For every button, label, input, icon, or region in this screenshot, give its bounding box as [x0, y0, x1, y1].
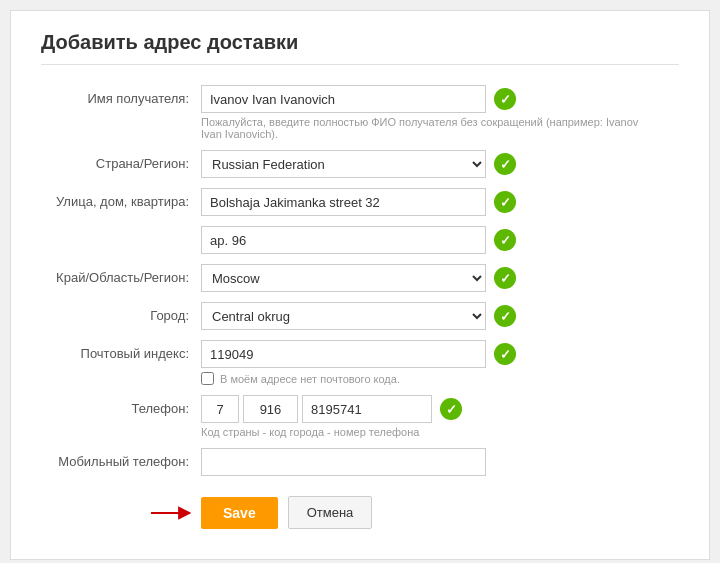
city-input-group: Central okrug: [201, 302, 679, 330]
postal-field-group: В моём адресе нет почтового кода.: [201, 340, 679, 385]
recipient-input-group: [201, 85, 679, 113]
phone-valid-icon: [440, 398, 462, 420]
recipient-label: Имя получателя:: [41, 85, 201, 106]
country-select[interactable]: Russian Federation: [201, 150, 486, 178]
region-input-group: Moscow: [201, 264, 679, 292]
postal-row: Почтовый индекс: В моём адресе нет почто…: [41, 340, 679, 385]
region-row: Край/Область/Регион: Moscow: [41, 264, 679, 292]
country-row: Страна/Регион: Russian Federation: [41, 150, 679, 178]
save-button[interactable]: Save: [201, 497, 278, 529]
country-label: Страна/Регион:: [41, 150, 201, 171]
phone-input-group: [201, 395, 679, 423]
city-field-group: Central okrug: [201, 302, 679, 330]
city-row: Город: Central okrug: [41, 302, 679, 330]
street-label: Улица, дом, квартира:: [41, 188, 201, 209]
region-valid-icon: [494, 267, 516, 289]
postal-checkbox[interactable]: [201, 372, 214, 385]
mobile-input[interactable]: [201, 448, 486, 476]
street2-valid-icon: [494, 229, 516, 251]
country-input-group: Russian Federation: [201, 150, 679, 178]
region-field-group: Moscow: [201, 264, 679, 292]
region-select[interactable]: Moscow: [201, 264, 486, 292]
phone-field-group: Код страны - код города - номер телефона: [201, 395, 679, 438]
buttons-row: Save Отмена: [41, 496, 679, 529]
street-row: Улица, дом, квартира:: [41, 188, 679, 216]
country-valid-icon: [494, 153, 516, 175]
phone-number-input[interactable]: [302, 395, 432, 423]
postal-input-group: [201, 340, 679, 368]
street2-input[interactable]: [201, 226, 486, 254]
street2-input-group: [201, 226, 679, 254]
mobile-label: Мобильный телефон:: [41, 448, 201, 469]
postal-label: Почтовый индекс:: [41, 340, 201, 361]
country-field-group: Russian Federation: [201, 150, 679, 178]
street2-label: [41, 226, 201, 232]
postal-valid-icon: [494, 343, 516, 365]
phone-area-code-input[interactable]: [243, 395, 298, 423]
city-valid-icon: [494, 305, 516, 327]
phone-label: Телефон:: [41, 395, 201, 416]
mobile-field-group: [201, 448, 679, 476]
mobile-input-group: [201, 448, 679, 476]
street2-row: [41, 226, 679, 254]
recipient-field-group: Пожалуйста, введите полностью ФИО получа…: [201, 85, 679, 140]
region-label: Край/Область/Регион:: [41, 264, 201, 285]
postal-checkbox-row: В моём адресе нет почтового кода.: [201, 372, 679, 385]
recipient-input[interactable]: [201, 85, 486, 113]
phone-row: Телефон: Код страны - код города - номер…: [41, 395, 679, 438]
city-select[interactable]: Central okrug: [201, 302, 486, 330]
phone-group: [201, 395, 432, 423]
postal-checkbox-label: В моём адресе нет почтового кода.: [220, 373, 400, 385]
recipient-hint: Пожалуйста, введите полностью ФИО получа…: [201, 116, 661, 140]
street-valid-icon: [494, 191, 516, 213]
phone-country-code-input[interactable]: [201, 395, 239, 423]
recipient-row: Имя получателя: Пожалуйста, введите полн…: [41, 85, 679, 140]
form-container: Добавить адрес доставки Имя получателя: …: [10, 10, 710, 560]
save-arrow-icon: [151, 503, 191, 523]
postal-input[interactable]: [201, 340, 486, 368]
street-input[interactable]: [201, 188, 486, 216]
mobile-row: Мобильный телефон:: [41, 448, 679, 476]
city-label: Город:: [41, 302, 201, 323]
street2-field-group: [201, 226, 679, 254]
recipient-valid-icon: [494, 88, 516, 110]
street-input-group: [201, 188, 679, 216]
street-field-group: [201, 188, 679, 216]
phone-hint: Код страны - код города - номер телефона: [201, 426, 661, 438]
form-title: Добавить адрес доставки: [41, 31, 679, 65]
cancel-button[interactable]: Отмена: [288, 496, 373, 529]
